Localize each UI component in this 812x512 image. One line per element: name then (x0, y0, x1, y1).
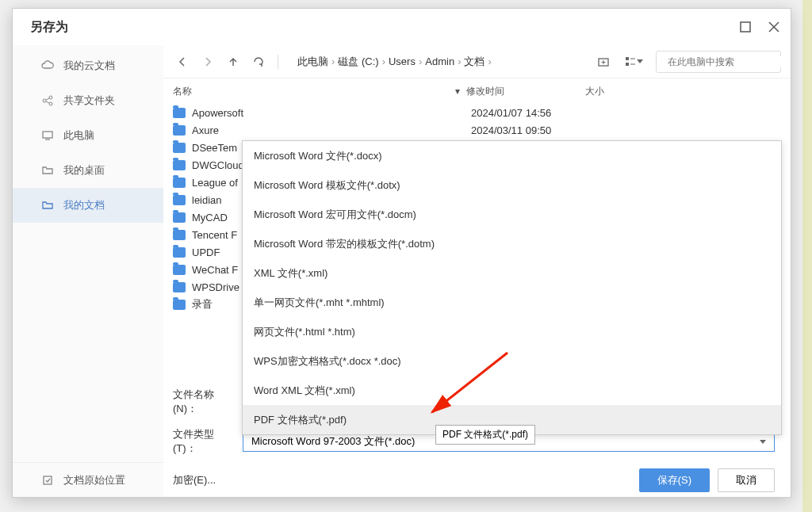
folder-icon (41, 164, 54, 177)
tooltip: PDF 文件格式(*.pdf) (435, 425, 535, 445)
sidebar-label: 此电脑 (63, 128, 94, 143)
sidebar-item-share[interactable]: 共享文件夹 (13, 83, 163, 118)
table-row[interactable]: Axure2024/03/11 09:50 (163, 121, 791, 139)
crumb[interactable]: Admin (425, 55, 454, 67)
folder-icon (173, 143, 186, 153)
dropdown-item[interactable]: 单一网页文件(*.mht *.mhtml) (243, 288, 781, 317)
crumb[interactable]: Users (389, 55, 416, 67)
refresh-button[interactable] (249, 52, 268, 71)
col-name[interactable]: 名称 (173, 85, 455, 98)
save-button[interactable]: 保存(S) (639, 468, 710, 492)
dialog-title: 另存为 (22, 19, 738, 36)
dropdown-item[interactable]: Word XML 文档(*.xml) (243, 376, 781, 405)
svg-point-5 (49, 102, 52, 105)
crumb[interactable]: 文档 (464, 55, 485, 69)
chevron-down-icon (760, 440, 766, 444)
chevron-down-icon (637, 59, 643, 63)
folder-icon (173, 212, 186, 223)
dropdown-item[interactable]: Microsoft Word 带宏的模板文件(*.dotm) (243, 229, 781, 258)
dropdown-item[interactable]: WPS加密文档格式(*.docx *.doc) (243, 346, 781, 376)
sidebar-item-desktop[interactable]: 我的桌面 (13, 153, 163, 188)
folder-icon (173, 195, 186, 205)
dropdown-item[interactable]: Microsoft Word 模板文件(*.dotx) (243, 170, 781, 200)
search-input[interactable] (668, 56, 787, 67)
crumb[interactable]: 此电脑 (297, 55, 328, 69)
filetype-label: 文件类型(T)： (173, 427, 233, 456)
sidebar-label: 共享文件夹 (63, 94, 115, 108)
monitor-icon (41, 129, 54, 142)
sidebar-label: 文档原始位置 (63, 473, 125, 487)
svg-rect-8 (43, 132, 52, 138)
dropdown-item[interactable]: Microsoft Word 文件(*.docx) (243, 141, 781, 170)
cancel-button[interactable]: 取消 (718, 468, 775, 492)
sidebar-label: 我的云文档 (63, 59, 115, 73)
folder-icon (173, 160, 186, 170)
forward-button[interactable] (198, 52, 217, 71)
svg-rect-12 (626, 57, 629, 60)
folder-icon (173, 230, 186, 240)
folder-icon (173, 300, 186, 310)
svg-line-7 (46, 101, 49, 103)
new-folder-button[interactable] (594, 52, 613, 71)
svg-point-3 (43, 99, 46, 102)
column-headers: 名称 ▾ 修改时间 大小 (163, 78, 791, 104)
file-name: Apowersoft (192, 107, 471, 119)
folder-icon (173, 178, 186, 188)
sidebar-item-pc[interactable]: 此电脑 (13, 118, 163, 153)
col-date[interactable]: 修改时间 (466, 85, 585, 98)
dropdown-item[interactable]: Microsoft Word 宏可用文件(*.docm) (243, 200, 781, 229)
svg-line-6 (46, 98, 49, 100)
sidebar-item-documents[interactable]: 我的文档 (13, 188, 163, 223)
encrypt-button[interactable]: 加密(E)... (173, 473, 216, 487)
file-name: Axure (192, 124, 471, 136)
svg-rect-0 (741, 22, 750, 32)
sidebar-label: 我的文档 (63, 198, 105, 212)
svg-point-4 (49, 96, 52, 99)
svg-rect-13 (626, 63, 629, 66)
close-button[interactable] (767, 20, 781, 34)
filename-label: 文件名称(N)： (173, 388, 233, 416)
sidebar-item-cloud[interactable]: 我的云文档 (13, 48, 163, 83)
filetype-dropdown: Microsoft Word 文件(*.docx)Microsoft Word … (242, 140, 782, 435)
dropdown-item[interactable]: 网页文件(*.html *.htm) (243, 317, 781, 346)
back-button[interactable] (173, 52, 192, 71)
table-row[interactable]: Apowersoft2024/01/07 14:56 (163, 104, 791, 121)
folder-icon (173, 247, 186, 258)
titlebar: 另存为 (13, 9, 791, 45)
sort-indicator[interactable]: ▾ (455, 86, 466, 97)
file-date: 2024/01/07 14:56 (471, 107, 590, 119)
filetype-value: Microsoft Word 97-2003 文件(*.doc) (251, 434, 415, 449)
search-box[interactable] (656, 51, 781, 73)
view-button[interactable] (624, 52, 643, 71)
sidebar: 我的云文档 共享文件夹 此电脑 我的桌面 我的文档 文档原始位置 (13, 45, 163, 497)
svg-rect-10 (44, 476, 52, 484)
sidebar-item-original[interactable]: 文档原始位置 (13, 462, 163, 497)
dropdown-item[interactable]: XML 文件(*.xml) (243, 258, 781, 288)
file-date: 2024/03/11 09:50 (471, 124, 590, 136)
breadcrumb: 此电脑› 磁盘 (C:)› Users› Admin› 文档› (297, 55, 588, 69)
maximize-button[interactable] (738, 20, 753, 34)
col-size[interactable]: 大小 (585, 85, 781, 98)
share-icon (41, 94, 54, 107)
up-button[interactable] (224, 52, 243, 71)
sidebar-label: 我的桌面 (63, 163, 105, 178)
folder-icon (173, 108, 186, 118)
crumb[interactable]: 磁盘 (C:) (338, 55, 378, 69)
cloud-icon (41, 59, 54, 72)
toolbar: 此电脑› 磁盘 (C:)› Users› Admin› 文档› (163, 45, 791, 78)
restore-icon (41, 474, 54, 487)
folder-icon (173, 125, 186, 136)
folder-icon (41, 199, 54, 212)
folder-icon (173, 282, 186, 292)
folder-icon (173, 265, 186, 275)
